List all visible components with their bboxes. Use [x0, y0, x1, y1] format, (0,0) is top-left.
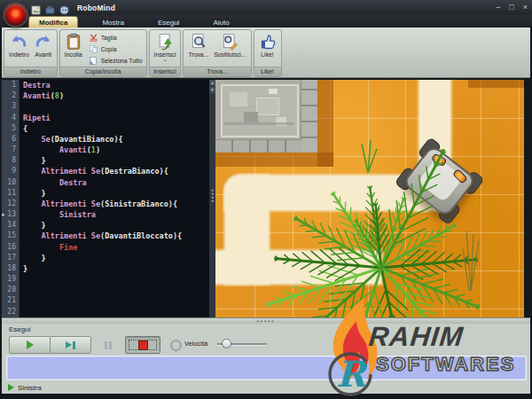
copia-button[interactable]: Copia	[87, 43, 145, 55]
open-file-icon[interactable]	[45, 3, 55, 12]
line-number: 6	[2, 134, 19, 145]
robomind-logo-icon	[3, 2, 28, 27]
code-line: Fine	[23, 242, 209, 253]
line-number: 15	[2, 231, 19, 241]
ribbon-group-indietro: IndietroAvantiIndietro	[4, 29, 58, 77]
stop-button[interactable]	[125, 336, 160, 354]
insert-icon	[156, 33, 174, 51]
line-number: 8	[2, 155, 19, 166]
code-editor[interactable]: 12345678910111213141516171819202122▸ Des…	[2, 80, 209, 317]
window-bottom-border	[0, 394, 532, 399]
editor-scrollbar[interactable]: ▲ ▼ ●●●●	[209, 80, 215, 317]
window-title: RoboMind	[77, 4, 115, 12]
line-number: 2	[2, 90, 19, 101]
code-editor-content[interactable]: DestraAvanti(8)Ripeti{ Se(DavantiBianco)…	[20, 80, 209, 317]
avanti-button[interactable]: Avanti	[32, 32, 55, 59]
code-line: Se(DavantiBianco){	[23, 134, 209, 145]
line-number: 21	[2, 295, 19, 306]
code-line: Sinistra	[23, 209, 209, 220]
scroll-up-icon[interactable]: ▲	[209, 80, 215, 86]
ribbon-group-label: Inserisci	[150, 66, 181, 76]
close-button[interactable]: ×	[523, 3, 528, 12]
taglia-button[interactable]: Taglia	[87, 32, 145, 43]
line-number-gutter: 12345678910111213141516171819202122▸	[2, 80, 20, 317]
find-icon	[190, 33, 207, 51]
like-button[interactable]: Like!	[256, 32, 279, 59]
code-line: }	[23, 188, 209, 199]
status-text: Sinistra	[18, 384, 42, 392]
button-label: Avanti	[35, 51, 51, 58]
robomind-window: RoboMind – □ × ModificaMostraEseguiAiuto…	[0, 0, 532, 399]
line-number: 12	[2, 199, 19, 209]
copy-icon	[89, 44, 98, 54]
line-number: 19	[2, 274, 19, 285]
minimize-button[interactable]: –	[496, 3, 500, 12]
code-line: }	[23, 220, 209, 231]
tab-mostra[interactable]: Mostra	[92, 17, 133, 27]
message-area	[6, 356, 527, 380]
line-number: 18	[2, 263, 19, 274]
ribbon-group-label: Like!	[254, 66, 281, 76]
inserisci-button[interactable]: Inserisci⌄	[152, 32, 179, 62]
code-line	[23, 295, 209, 306]
scroll-down-icon[interactable]: ▼	[209, 87, 215, 93]
code-line: Altrimenti Se(DavantiBloccato){	[23, 231, 209, 241]
speed-slider-thumb[interactable]	[222, 339, 231, 348]
status-play-icon	[8, 384, 14, 391]
line-number: 9	[2, 166, 19, 176]
incolla-button[interactable]: Incolla	[62, 32, 85, 59]
ribbon-group-label: Trova...	[184, 66, 250, 76]
pause-button	[92, 336, 124, 354]
tab-aiuto[interactable]: Aiuto	[203, 17, 239, 27]
tab-modifica[interactable]: Modifica	[28, 16, 78, 27]
pause-icon	[105, 341, 112, 349]
button-label: Trova...	[188, 51, 208, 58]
indietro-button[interactable]: Indietro	[6, 32, 32, 59]
line-number: 22	[2, 307, 19, 317]
ribbon-group-like: Like!Like!	[254, 29, 282, 77]
ribbon-group-inserisci: Inserisci⌄Inserisci	[149, 29, 182, 77]
line-number: 16	[2, 242, 19, 253]
clipboard-icon	[65, 33, 82, 51]
menu-tab-bar: ModificaMostraEseguiAiuto	[0, 15, 532, 27]
web-globe-icon[interactable]	[59, 3, 69, 12]
code-line: Altrimenti Se(SinistraBianco){	[23, 199, 209, 209]
ribbon-group-copia-incolla: IncollaTagliaCopiaSeleziona TuttoCopia/I…	[59, 29, 147, 77]
new-map-icon[interactable]	[31, 3, 41, 12]
code-line	[23, 101, 209, 112]
line-number: 14	[2, 220, 19, 231]
tab-esegui[interactable]: Esegui	[148, 17, 189, 27]
button-label: Like!	[261, 51, 273, 58]
ribbon-group-label: Indietro	[4, 66, 57, 76]
trova-button[interactable]: Trova...	[185, 32, 211, 59]
thumbs-up-icon	[259, 33, 277, 51]
code-line: {	[23, 123, 209, 134]
code-line: Destra	[23, 177, 209, 188]
play-icon	[27, 340, 34, 349]
seleziona-tutto-button[interactable]: Seleziona Tutto	[87, 55, 145, 66]
maximize-button[interactable]: □	[509, 3, 513, 12]
run-panel: Esegui Velocità Sinistra	[2, 324, 530, 394]
ribbon-group-trova: Trova...Sostituisci...Trova...	[183, 29, 251, 77]
scissors-icon	[89, 33, 98, 43]
code-line	[23, 285, 209, 295]
code-line	[23, 307, 209, 317]
code-line: Ripeti	[23, 113, 209, 123]
code-line: Destra	[23, 80, 209, 90]
line-number: 3	[2, 101, 19, 112]
vertical-splitter-handle[interactable]: ●●●●	[211, 188, 214, 202]
play-button[interactable]	[9, 336, 51, 354]
line-number: 17	[2, 253, 19, 263]
status-bar: Sinistra	[2, 381, 530, 394]
select-all-icon	[89, 56, 98, 66]
code-line: }	[23, 263, 209, 274]
code-line: Altrimenti Se(DestraBianco){	[23, 166, 209, 176]
step-button[interactable]	[50, 336, 91, 354]
run-panel-title: Esegui	[9, 325, 30, 333]
button-label: Copia	[101, 46, 117, 52]
palm-plant	[215, 80, 524, 317]
window-controls: – □ ×	[496, 3, 528, 12]
line-number: 1	[2, 80, 19, 90]
sostituisci-button[interactable]: Sostituisci...	[211, 32, 248, 59]
ribbon-toolbar: IndietroAvantiIndietroIncollaTagliaCopia…	[2, 27, 530, 78]
